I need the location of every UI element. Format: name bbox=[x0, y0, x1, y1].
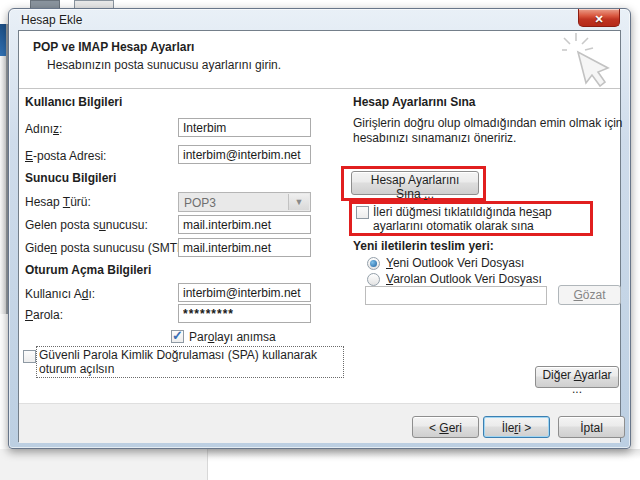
name-field[interactable] bbox=[178, 118, 311, 137]
test-settings-heading: Hesap Ayarlarını Sına bbox=[353, 95, 476, 109]
outgoing-server-field[interactable] bbox=[178, 238, 311, 257]
remember-password-checkbox[interactable]: ✓ bbox=[171, 330, 184, 343]
browse-button[interactable]: Gözat bbox=[558, 285, 621, 305]
username-field[interactable] bbox=[178, 283, 311, 302]
spa-checkbox[interactable] bbox=[23, 350, 36, 363]
data-file-path-field[interactable] bbox=[365, 286, 547, 305]
form-body: Kullanıcı Bilgileri Adınız: E-posta Adre… bbox=[19, 89, 620, 402]
titlebar[interactable]: Hesap Ekle ✕ bbox=[9, 9, 630, 30]
cursor-sparkle-icon bbox=[562, 32, 614, 87]
auto-test-label[interactable]: İleri düğmesi tıklatıldığında hesap ayar… bbox=[373, 205, 585, 233]
user-info-heading: Kullanıcı Bilgileri bbox=[25, 95, 122, 109]
email-field[interactable] bbox=[178, 145, 311, 164]
test-account-settings-button[interactable]: Hesap Ayarlarını Sına ... bbox=[351, 171, 479, 195]
incoming-server-field[interactable] bbox=[178, 215, 311, 234]
auto-test-checkbox[interactable] bbox=[356, 206, 369, 219]
spa-label[interactable]: Güvenli Parola Kimlik Doğrulaması (SPA) … bbox=[36, 346, 344, 378]
background-panel bbox=[0, 56, 6, 314]
window-title: Hesap Ekle bbox=[21, 13, 82, 27]
close-button[interactable]: ✕ bbox=[578, 9, 620, 27]
radio-new-data-file-label[interactable]: Yeni Outlook Veri Dosyası bbox=[386, 256, 524, 270]
radio-existing-data-file[interactable] bbox=[367, 273, 380, 286]
add-account-dialog: Hesap Ekle ✕ POP ve IMAP Hesap Ayarları … bbox=[8, 8, 631, 449]
check-icon: ✓ bbox=[172, 328, 183, 343]
dialog-footer: < Geri İleri > İptal bbox=[19, 403, 620, 443]
test-settings-description: Girişlerin doğru olup olmadığından emin … bbox=[353, 116, 629, 146]
account-type-label: Hesap Türü: bbox=[25, 195, 91, 209]
page-subtitle: Hesabınızın posta sunucusu ayarlarını gi… bbox=[47, 58, 281, 72]
incoming-server-label: Gelen posta sunucusu: bbox=[25, 218, 148, 232]
remember-password-label[interactable]: Parolayı anımsa bbox=[189, 330, 276, 344]
back-button[interactable]: < Geri bbox=[412, 416, 479, 438]
account-type-dropdown[interactable]: POP3 ▼ bbox=[178, 192, 311, 212]
password-label: Parola: bbox=[25, 308, 63, 322]
close-icon: ✕ bbox=[594, 13, 603, 25]
dialog-client-area: POP ve IMAP Hesap Ayarları Hesabınızın p… bbox=[18, 30, 621, 442]
next-button[interactable]: İleri > bbox=[483, 416, 550, 438]
radio-new-data-file[interactable] bbox=[367, 257, 380, 270]
more-settings-button[interactable]: Diğer Ayarlar ... bbox=[535, 366, 619, 388]
server-info-heading: Sunucu Bilgileri bbox=[25, 171, 116, 185]
password-field[interactable] bbox=[178, 304, 311, 323]
chevron-down-icon[interactable]: ▼ bbox=[288, 194, 309, 210]
cancel-button[interactable]: İptal bbox=[558, 416, 625, 438]
page-title: POP ve IMAP Hesap Ayarları bbox=[33, 40, 194, 54]
outgoing-server-label: Giden posta sunucusu (SMTP): bbox=[25, 241, 192, 255]
radio-existing-data-file-label[interactable]: Varolan Outlook Veri Dosyası bbox=[386, 272, 542, 286]
logon-info-heading: Oturum Açma Bilgileri bbox=[25, 263, 151, 277]
radio-dot-icon bbox=[370, 260, 377, 267]
name-label: Adınız: bbox=[25, 122, 62, 136]
background-panel bbox=[0, 449, 207, 480]
account-type-value: POP3 bbox=[184, 196, 216, 210]
delivery-heading: Yeni iletilerin teslim yeri: bbox=[353, 239, 494, 253]
dialog-header: POP ve IMAP Hesap Ayarları Hesabınızın p… bbox=[19, 31, 620, 89]
background-panel bbox=[208, 449, 640, 480]
email-label: E-posta Adresi: bbox=[25, 149, 106, 163]
username-label: Kullanıcı Adı: bbox=[25, 287, 95, 301]
